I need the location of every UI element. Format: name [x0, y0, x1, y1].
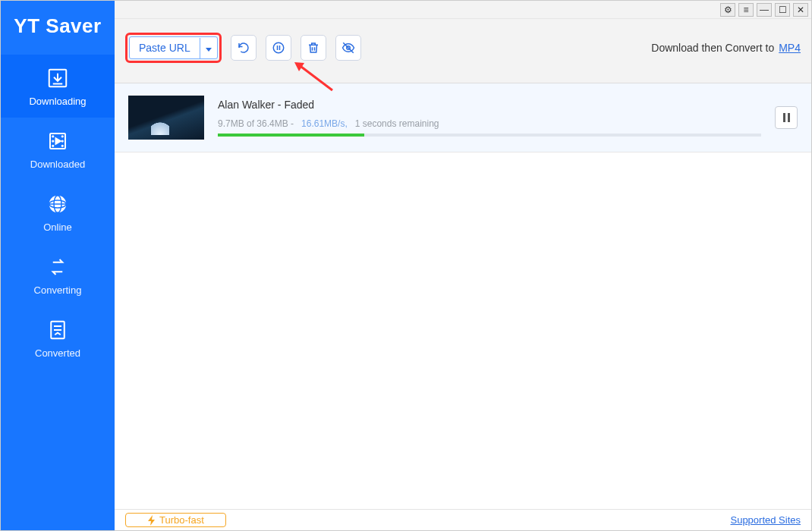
sidebar: YT Saver Downloading Downloaded Online C… — [1, 1, 115, 530]
turbo-label: Turbo-fast — [159, 514, 204, 526]
pause-circle-icon — [272, 41, 285, 55]
sidebar-item-label: Converted — [35, 347, 80, 359]
convert-format-link[interactable]: MP4 — [779, 42, 801, 54]
app-logo: YT Saver — [1, 14, 115, 38]
trash-icon — [307, 41, 320, 55]
window-title-bar: ⚙ ≡ — ☐ ✕ — [115, 1, 811, 19]
paste-url-label: Paste URL — [130, 37, 200, 58]
settings-button[interactable]: ⚙ — [720, 3, 735, 17]
convert-label: Download then Convert to — [651, 42, 774, 54]
convert-icon — [45, 254, 71, 280]
sidebar-item-downloaded[interactable]: Downloaded — [1, 118, 115, 181]
svg-point-12 — [273, 42, 284, 53]
app-window: YT Saver Downloading Downloaded Online C… — [0, 0, 812, 531]
sidebar-item-converting[interactable]: Converting — [1, 244, 115, 306]
svg-point-2 — [52, 136, 53, 137]
eye-off-icon — [341, 41, 355, 55]
download-info: Alan Walker - Faded 9.7MB of 36.4MB - 16… — [218, 99, 761, 137]
empty-content-area — [115, 152, 811, 509]
pause-download-button[interactable] — [775, 106, 798, 129]
download-eta: 1 seconds remaining — [355, 118, 439, 129]
pause-all-button[interactable] — [266, 35, 291, 61]
converted-file-icon — [45, 317, 71, 343]
sidebar-item-downloading[interactable]: Downloading — [1, 55, 115, 118]
progress-track — [218, 134, 761, 137]
delete-button[interactable] — [301, 35, 326, 61]
hide-button[interactable] — [335, 35, 361, 61]
download-icon — [45, 65, 71, 91]
footer-bar: Turbo-fast Supported Sites — [115, 509, 811, 530]
svg-point-7 — [62, 146, 63, 146]
main-panel: ⚙ ≡ — ☐ ✕ Paste URL — [115, 1, 811, 530]
toolbar: Paste URL Download then Convert — [115, 19, 811, 83]
convert-target-row: Download then Convert to MP4 — [651, 42, 801, 54]
svg-point-3 — [52, 140, 53, 141]
svg-point-6 — [62, 140, 63, 141]
download-speed: 16.61MB/s, — [301, 118, 348, 129]
menu-button[interactable]: ≡ — [738, 3, 754, 17]
sidebar-item-label: Downloaded — [30, 159, 85, 170]
paste-url-highlight: Paste URL — [125, 33, 222, 63]
svg-point-4 — [52, 146, 53, 146]
maximize-button[interactable]: ☐ — [775, 3, 790, 17]
sidebar-item-online[interactable]: Online — [1, 181, 115, 244]
svg-point-5 — [62, 136, 63, 137]
close-button[interactable]: ✕ — [793, 3, 808, 17]
sidebar-item-label: Downloading — [29, 96, 86, 107]
minimize-button[interactable]: — — [757, 3, 772, 17]
download-item[interactable]: Alan Walker - Faded 9.7MB of 36.4MB - 16… — [115, 83, 811, 152]
progress-fill — [218, 134, 364, 137]
globe-icon — [45, 191, 71, 217]
refresh-icon — [237, 41, 250, 55]
refresh-button[interactable] — [231, 35, 257, 61]
video-file-icon — [45, 128, 71, 154]
turbo-fast-button[interactable]: Turbo-fast — [125, 513, 226, 527]
paste-url-button[interactable]: Paste URL — [129, 36, 218, 59]
download-stats: 9.7MB of 36.4MB - 16.61MB/s, 1 seconds r… — [218, 118, 761, 129]
download-thumbnail — [128, 96, 204, 140]
supported-sites-link[interactable]: Supported Sites — [730, 514, 801, 526]
download-progress-text: 9.7MB of 36.4MB - — [218, 118, 294, 129]
sidebar-item-converted[interactable]: Converted — [1, 306, 115, 369]
bolt-icon — [147, 515, 156, 526]
download-title: Alan Walker - Faded — [218, 99, 761, 111]
sidebar-item-label: Converting — [34, 284, 82, 296]
sidebar-item-label: Online — [43, 222, 72, 233]
paste-url-dropdown[interactable] — [200, 38, 217, 58]
